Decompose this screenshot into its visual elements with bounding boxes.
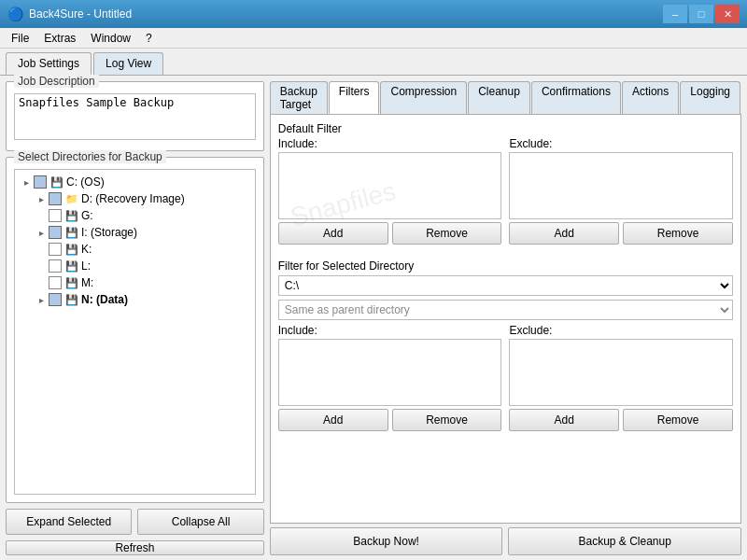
default-include-label: Include: <box>278 137 502 150</box>
filters-panel: Snapfiles Default Filter Include: Add Re… <box>270 115 741 524</box>
tree-item-l[interactable]: 💾 L: <box>19 258 251 274</box>
title-bar: 🔵 Back4Sure - Untitled – □ ✕ <box>0 0 747 28</box>
tree-item-n[interactable]: ▸ 💾 N: (Data) <box>19 291 251 308</box>
drive-icon-m: 💾 <box>64 276 79 289</box>
app-icon: 🔵 <box>7 7 23 21</box>
default-include-add-button[interactable]: Add <box>278 222 388 245</box>
default-filter-section: Default Filter Include: Add Remove Exclu… <box>278 122 733 245</box>
selected-exclude-list[interactable] <box>509 339 733 406</box>
checkbox-i[interactable] <box>49 226 62 239</box>
menu-help[interactable]: ? <box>138 30 160 47</box>
drive-icon-i: 💾 <box>64 226 79 239</box>
menu-window[interactable]: Window <box>83 30 138 47</box>
checkbox-m[interactable] <box>49 276 62 289</box>
menu-file[interactable]: File <box>4 30 36 47</box>
top-tab-bar: Job Settings Log View <box>0 49 747 76</box>
drive-icon-c: 💾 <box>49 175 64 189</box>
tree-label-n: N: (Data) <box>81 293 128 306</box>
left-panel: Job Description Snapfiles Sample Backup … <box>6 81 264 555</box>
default-include-col: Include: Add Remove <box>278 137 502 245</box>
selected-exclude-label: Exclude: <box>509 324 733 337</box>
maximize-button[interactable]: □ <box>689 5 713 23</box>
expand-selected-button[interactable]: Expand Selected <box>6 509 132 535</box>
menu-bar: File Extras Window ? <box>0 28 747 49</box>
left-bottom-buttons: Expand Selected Collapse All Refresh <box>6 509 264 555</box>
selected-include-col: Include: Add Remove <box>278 324 502 431</box>
default-include-list[interactable] <box>278 152 502 219</box>
action-bar: Backup Now! Backup & Cleanup <box>270 527 741 555</box>
default-exclude-col: Exclude: Add Remove <box>509 137 733 245</box>
tab-compression[interactable]: Compression <box>380 81 467 114</box>
drive-icon-n: 💾 <box>64 293 79 306</box>
drive-icon-d: 📁 <box>64 192 79 205</box>
collapse-all-button[interactable]: Collapse All <box>137 509 263 535</box>
selected-directory-dropdown[interactable]: C:\ <box>278 275 733 296</box>
minimize-button[interactable]: – <box>663 5 687 23</box>
tree-label-i: I: (Storage) <box>81 226 137 239</box>
tab-filters[interactable]: Filters <box>329 81 380 114</box>
default-exclude-remove-button[interactable]: Remove <box>623 222 733 245</box>
default-exclude-label: Exclude: <box>509 137 733 150</box>
window-controls: – □ ✕ <box>663 5 740 23</box>
job-description-input[interactable]: Snapfiles Sample Backup <box>14 93 256 140</box>
tab-job-settings[interactable]: Job Settings <box>6 52 92 75</box>
tree-label-m: M: <box>81 276 93 289</box>
selected-exclude-col: Exclude: Add Remove <box>509 324 733 431</box>
tab-log-view[interactable]: Log View <box>93 52 163 75</box>
expander-i[interactable]: ▸ <box>34 225 49 240</box>
main-content: Job Description Snapfiles Sample Backup … <box>0 76 747 560</box>
default-include-remove-button[interactable]: Remove <box>392 222 502 245</box>
drive-icon-g: 💾 <box>64 209 79 222</box>
default-filter-row: Include: Add Remove Exclude: Add Remove <box>278 137 733 245</box>
tab-backup-target[interactable]: Backup Target <box>270 81 328 114</box>
tree-item-i[interactable]: ▸ 💾 I: (Storage) <box>19 224 251 241</box>
tab-confirmations[interactable]: Confirmations <box>531 81 621 114</box>
parent-directory-dropdown[interactable]: Same as parent directory <box>278 300 733 320</box>
selected-filter-section: Filter for Selected Directory C:\ Same a… <box>278 256 733 431</box>
expander-c[interactable]: ▸ <box>19 175 34 189</box>
checkbox-n[interactable] <box>49 293 62 306</box>
selected-exclude-remove-button[interactable]: Remove <box>623 409 733 431</box>
checkbox-l[interactable] <box>49 259 62 273</box>
tree-label-g: G: <box>81 209 93 222</box>
close-button[interactable]: ✕ <box>715 5 740 23</box>
tree-item-m[interactable]: 💾 M: <box>19 274 251 291</box>
checkbox-g[interactable] <box>49 209 62 222</box>
default-exclude-list[interactable] <box>509 152 733 219</box>
tree-label-l: L: <box>81 259 91 273</box>
backup-now-button[interactable]: Backup Now! <box>270 527 503 555</box>
tree-label-d: D: (Recovery Image) <box>81 192 185 205</box>
tree-item-k[interactable]: 💾 K: <box>19 241 251 258</box>
tab-logging[interactable]: Logging <box>680 81 740 114</box>
tab-cleanup[interactable]: Cleanup <box>468 81 530 114</box>
selected-include-list[interactable] <box>278 339 502 406</box>
job-description-label: Job Description <box>14 75 99 88</box>
directories-group: Select Directories for Backup ▸ 💾 C: (OS… <box>6 157 264 503</box>
tree-item-g[interactable]: 💾 G: <box>19 207 251 224</box>
selected-include-label: Include: <box>278 324 502 337</box>
checkbox-c[interactable] <box>34 175 47 189</box>
checkbox-k[interactable] <box>49 243 62 256</box>
inner-tab-bar: Backup Target Filters Compression Cleanu… <box>270 81 741 115</box>
selected-filter-label: Filter for Selected Directory <box>278 259 733 273</box>
selected-include-remove-button[interactable]: Remove <box>392 409 502 431</box>
drive-icon-k: 💾 <box>64 243 79 256</box>
window-title: Back4Sure - Untitled <box>29 7 132 21</box>
expander-n[interactable]: ▸ <box>34 292 49 307</box>
tab-actions[interactable]: Actions <box>622 81 679 114</box>
tree-item-c[interactable]: ▸ 💾 C: (OS) <box>19 174 251 190</box>
menu-extras[interactable]: Extras <box>36 30 83 47</box>
expander-d[interactable]: ▸ <box>34 191 49 206</box>
job-description-group: Job Description Snapfiles Sample Backup <box>6 81 264 151</box>
default-exclude-add-button[interactable]: Add <box>509 222 619 245</box>
selected-include-add-button[interactable]: Add <box>278 409 388 431</box>
backup-cleanup-button[interactable]: Backup & Cleanup <box>508 527 741 555</box>
tree-label-c: C: (OS) <box>66 175 105 189</box>
selected-exclude-add-button[interactable]: Add <box>509 409 619 431</box>
default-filter-label: Default Filter <box>278 122 733 135</box>
directory-tree[interactable]: ▸ 💾 C: (OS) ▸ 📁 D: (Recovery Image) <box>14 169 256 495</box>
refresh-button[interactable]: Refresh <box>6 540 264 555</box>
directories-label: Select Directories for Backup <box>14 150 166 163</box>
checkbox-d[interactable] <box>49 192 62 205</box>
tree-item-d[interactable]: ▸ 📁 D: (Recovery Image) <box>19 190 251 207</box>
